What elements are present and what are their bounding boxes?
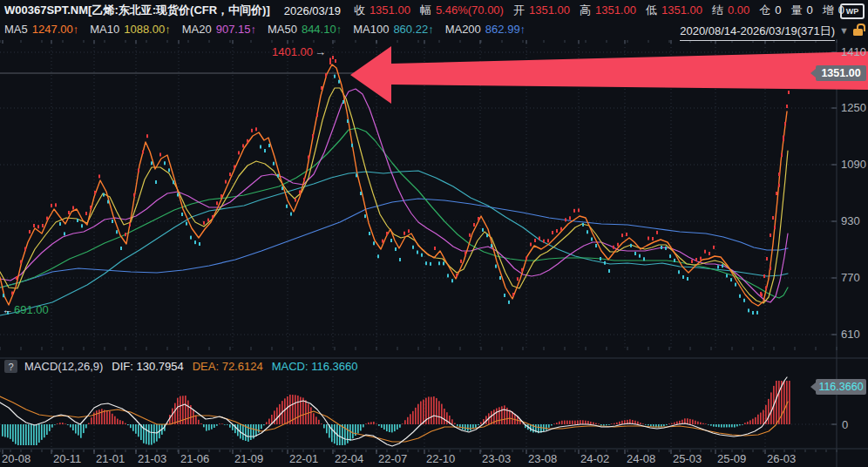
y-axis-tick-label: 1410 [841,45,866,58]
x-axis-tick-label: 20-08 [2,452,31,465]
ma-legend-item: MA101088.00↑ [90,23,170,36]
chart-window: W00367SPT.NM[乙烯:东北亚:现货价(CFR，中间价)] 2026/0… [0,0,868,467]
right-arrow-icon: → [315,45,326,58]
date-range-selector[interactable]: 2020/08/14-2026/03/19(371日) [680,24,835,41]
macd-value: MACD: 116.3660 [272,360,358,373]
quote-field: 高1351.00 [580,3,636,18]
dif-line [0,377,787,446]
quote-field: 量0 [790,3,812,18]
ma-legend: MA51247.00↑MA101088.00↑MA20907.15↑MA5084… [4,23,537,36]
dea-value: DEA: 72.6124 [193,360,263,373]
macd-indicator-name[interactable]: MACD(12,26,9) [24,360,103,373]
ma-legend-item: MA100860.22↑ [353,23,433,36]
chevron-down-icon[interactable]: ▼ [839,25,849,36]
x-axis-tick-label: 26-03 [767,452,796,465]
macd-zero-label: 0 [842,418,848,431]
x-axis-tick-label: 22-10 [426,452,455,465]
peak-annotation: 1401.00→ [272,45,326,58]
quote-fields: 收1351.00幅5.46%(70.00)开1351.00高1351.00低13… [344,3,844,18]
wp-badge-icon[interactable]: WP [840,3,865,19]
x-axis-tick-label: 25-09 [717,452,746,465]
last-price-badge: 1351.00 [816,65,866,81]
x-axis-tick-label: 21-06 [180,452,209,465]
ma5-line [0,64,787,306]
min-price-label: 691.00 [14,303,49,316]
red-arrow-annotation [350,46,868,104]
unlock-icon[interactable] [853,29,863,36]
x-axis-tick-label: 23-03 [482,452,511,465]
ma-legend-item: MA200862.99↑ [445,23,526,36]
ma-legend-item: MA50844.10↑ [268,23,342,36]
macd-value-badge: 116.3660 [816,379,866,395]
ma200-line [0,199,788,288]
x-axis-tick-label: 22-01 [289,452,318,465]
quote-field: 结0.00 [712,3,749,18]
x-axis-tick-label: 20-11 [53,452,81,465]
y-axis-tick-label: 1090 [841,158,866,171]
dif-value: DIF: 130.7954 [112,360,183,373]
y-axis-tick-label: 610 [841,328,860,341]
ma-legend-item: MA51247.00↑ [4,23,78,36]
quote-field: 收1351.00 [354,3,410,18]
x-axis-tick-label: 24-08 [627,452,655,465]
left-arrow-icon: ← [2,303,13,316]
quote-field: 开1351.00 [513,3,570,18]
ma100-line [0,171,788,315]
x-axis-tick-label: 21-09 [234,452,263,465]
x-axis-tick-label: 25-03 [673,452,702,465]
quote-header: W00367SPT.NM[乙烯:东北亚:现货价(CFR，中间价)] 2026/0… [4,3,844,18]
x-axis-tick-label: 23-08 [528,452,557,465]
x-axis-tick-label: 21-03 [138,452,166,465]
ma20-line [0,89,788,302]
chart-canvas[interactable] [0,0,868,467]
y-axis-tick-label: 930 [841,214,860,227]
ma50-line [0,128,788,298]
ma-legend-item: MA20907.15↑ [182,23,256,36]
y-axis-tick-label: 1250 [841,101,866,114]
symbol-name: W00367SPT.NM[乙烯:东北亚:现货价(CFR，中间价)] [4,3,270,18]
peak-price-label: 1401.00 [272,45,313,58]
x-axis-tick-label: 21-01 [96,452,125,465]
help-icon[interactable]: ? [4,360,17,373]
x-axis-tick-label: 22-07 [378,452,407,465]
x-axis-tick-label: 24-02 [580,452,609,465]
quote-field: 仓0 [759,3,781,18]
quote-field: 低1351.00 [646,3,702,18]
x-axis-tick-label: 22-04 [335,452,363,465]
y-axis-tick-label: 770 [841,271,860,284]
quote-date: 2026/03/19 [284,4,341,17]
min-annotation: ←691.00 [2,303,49,316]
quote-field: 幅5.46%(70.00) [420,3,504,18]
macd-header: ? MACD(12,26,9) DIF: 130.7954 DEA: 72.61… [4,360,357,373]
